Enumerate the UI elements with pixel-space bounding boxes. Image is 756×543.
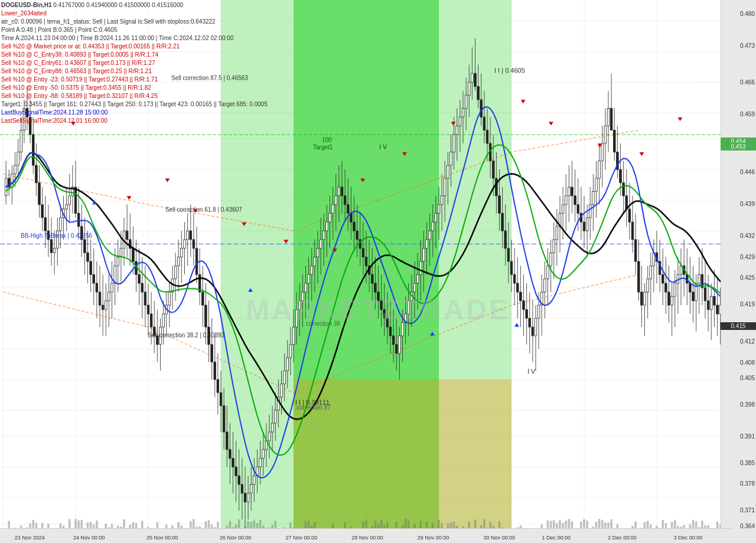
- price-label: 0.446: [722, 169, 755, 175]
- time-label: 27 Nov 00:00: [286, 535, 318, 541]
- price-label: 0.378: [722, 480, 755, 487]
- price-label: 0.408: [722, 359, 755, 366]
- price-label: 0.439: [722, 201, 755, 207]
- price-label: 0.419: [722, 301, 755, 308]
- price-label: 0.405: [722, 375, 755, 381]
- time-label: 26 Nov 00:00: [220, 535, 252, 541]
- time-axis: 23 Nov 202424 Nov 00:0025 Nov 00:0026 No…: [0, 528, 732, 543]
- time-label: 25 Nov 00:00: [146, 535, 178, 541]
- price-label: 0.473: [722, 42, 755, 49]
- time-label: 24 Nov 00:00: [73, 535, 105, 541]
- price-label: 0.453: [721, 143, 756, 151]
- time-label: 23 Nov 2024: [15, 535, 45, 541]
- price-label: 0.412: [722, 338, 755, 345]
- chart-canvas: [0, 0, 732, 543]
- price-label: 0.425: [722, 274, 755, 281]
- price-label: 0.432: [722, 233, 755, 239]
- price-label: 0.391: [722, 433, 755, 440]
- price-label: 0.466: [722, 79, 755, 86]
- price-label: 0.480: [722, 11, 755, 17]
- price-label: 0.398: [722, 401, 755, 408]
- price-label: 0.371: [722, 507, 755, 513]
- price-label: 0.385: [722, 460, 755, 466]
- price-label: 0.459: [722, 111, 755, 117]
- time-label: 2 Dec 00:00: [608, 535, 637, 541]
- time-label: 29 Nov 00:00: [418, 535, 449, 541]
- time-label: 3 Dec 00:00: [674, 535, 703, 541]
- chart-container: 0.4800.4730.4660.4590.4540.4530.4460.439…: [0, 0, 756, 543]
- time-label: 28 Nov 00:00: [351, 535, 383, 541]
- time-label: 30 Nov 00:00: [483, 535, 515, 541]
- price-scale: 0.4800.4730.4660.4590.4540.4530.4460.439…: [721, 0, 756, 543]
- price-label: 0.429: [722, 254, 755, 260]
- time-label: 1 Dec 00:00: [542, 535, 571, 541]
- price-label: 0.415: [721, 322, 756, 330]
